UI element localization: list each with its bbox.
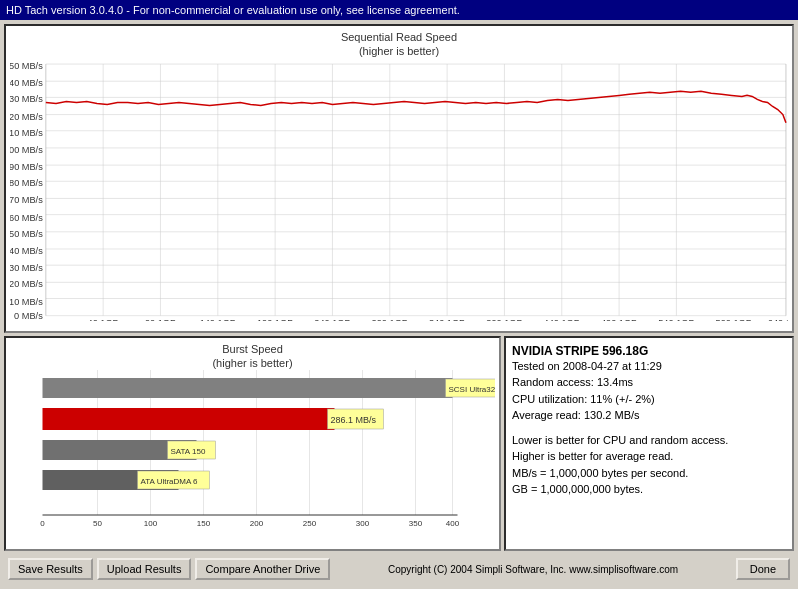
copyright-text: Copyright (C) 2004 Simpli Software, Inc.… — [388, 564, 678, 575]
svg-text:40 MB/s: 40 MB/s — [10, 246, 43, 256]
svg-text:490,1GB: 490,1GB — [601, 317, 637, 321]
info-note1: Lower is better for CPU and random acces… — [512, 432, 786, 449]
svg-text:440,1GB: 440,1GB — [544, 317, 580, 321]
svg-text:SATA 150: SATA 150 — [171, 447, 206, 456]
svg-text:60 MB/s: 60 MB/s — [10, 212, 43, 222]
svg-rect-66 — [43, 378, 453, 398]
svg-text:90 MB/s: 90 MB/s — [10, 162, 43, 172]
info-line2: Random access: 13.4ms — [512, 374, 786, 391]
svg-text:50: 50 — [93, 519, 102, 528]
main-container: Sequential Read Speed (higher is better)… — [0, 20, 798, 589]
svg-text:40,1GB: 40,1GB — [88, 317, 119, 321]
save-results-button[interactable]: Save Results — [8, 558, 93, 580]
svg-text:286.1 MB/s: 286.1 MB/s — [331, 415, 377, 425]
info-line3: CPU utilization: 11% (+/- 2%) — [512, 391, 786, 408]
svg-text:400: 400 — [446, 519, 460, 528]
svg-text:130 MB/s: 130 MB/s — [10, 94, 43, 104]
upload-results-button[interactable]: Upload Results — [97, 558, 192, 580]
svg-text:20 MB/s: 20 MB/s — [10, 279, 43, 289]
bottom-area: Burst Speed (higher is better) SCSI Ultr… — [4, 336, 794, 551]
info-panel: NVIDIA STRIPE 596.18G Tested on 2008-04-… — [504, 336, 794, 551]
svg-text:110 MB/s: 110 MB/s — [10, 127, 43, 137]
done-button[interactable]: Done — [736, 558, 790, 580]
info-notes: Lower is better for CPU and random acces… — [512, 432, 786, 498]
title-bar: HD Tach version 3.0.4.0 - For non-commer… — [0, 0, 798, 20]
svg-text:540,1GB: 540,1GB — [658, 317, 694, 321]
svg-text:300: 300 — [356, 519, 370, 528]
sequential-chart-panel: Sequential Read Speed (higher is better)… — [4, 24, 794, 333]
svg-text:350: 350 — [409, 519, 423, 528]
seq-chart-svg: 150 MB/s 140 MB/s 130 MB/s 120 MB/s 110 … — [10, 59, 788, 322]
svg-text:0 MB/s: 0 MB/s — [14, 310, 43, 320]
svg-text:640,1GB: 640,1GB — [768, 317, 788, 321]
burst-chart-panel: Burst Speed (higher is better) SCSI Ultr… — [4, 336, 501, 551]
svg-text:150: 150 — [197, 519, 211, 528]
burst-chart-title: Burst Speed (higher is better) — [10, 342, 495, 371]
svg-text:ATA UltraDMA 6: ATA UltraDMA 6 — [141, 477, 199, 486]
title-text: HD Tach version 3.0.4.0 - For non-commer… — [6, 4, 460, 16]
svg-text:250: 250 — [303, 519, 317, 528]
svg-text:290,1GB: 290,1GB — [372, 317, 408, 321]
svg-text:590,1GB: 590,1GB — [716, 317, 752, 321]
svg-text:10 MB/s: 10 MB/s — [10, 296, 43, 306]
svg-text:200: 200 — [250, 519, 264, 528]
svg-text:240,1GB: 240,1GB — [314, 317, 350, 321]
info-line1: Tested on 2008-04-27 at 11:29 — [512, 358, 786, 375]
compare-another-drive-button[interactable]: Compare Another Drive — [195, 558, 330, 580]
seq-chart-title: Sequential Read Speed (higher is better) — [10, 30, 788, 59]
svg-rect-69 — [43, 408, 335, 430]
svg-text:70 MB/s: 70 MB/s — [10, 195, 43, 205]
info-note2: Higher is better for average read. — [512, 448, 786, 465]
svg-text:140 MB/s: 140 MB/s — [10, 78, 43, 88]
svg-text:90,1GB: 90,1GB — [145, 317, 176, 321]
info-note3: MB/s = 1,000,000 bytes per second. — [512, 465, 786, 482]
seq-chart-canvas: 150 MB/s 140 MB/s 130 MB/s 120 MB/s 110 … — [10, 59, 788, 322]
svg-text:30 MB/s: 30 MB/s — [10, 263, 43, 273]
info-line4: Average read: 130.2 MB/s — [512, 407, 786, 424]
burst-chart-svg: SCSI Ultra320 286.1 MB/s SATA 150 ATA Ul… — [10, 370, 495, 540]
svg-text:80 MB/s: 80 MB/s — [10, 178, 43, 188]
svg-text:140,1GB: 140,1GB — [200, 317, 236, 321]
svg-text:100 MB/s: 100 MB/s — [10, 145, 43, 155]
svg-text:340,1GB: 340,1GB — [429, 317, 465, 321]
svg-text:150 MB/s: 150 MB/s — [10, 61, 43, 71]
footer-buttons-left: Save Results Upload Results Compare Anot… — [8, 558, 330, 580]
drive-name: NVIDIA STRIPE 596.18G — [512, 344, 786, 358]
svg-text:50 MB/s: 50 MB/s — [10, 229, 43, 239]
svg-text:390,1GB: 390,1GB — [486, 317, 522, 321]
svg-text:190,1GB: 190,1GB — [257, 317, 293, 321]
info-note4: GB = 1,000,000,000 bytes. — [512, 481, 786, 498]
svg-text:0: 0 — [40, 519, 45, 528]
svg-text:SCSI Ultra320: SCSI Ultra320 — [449, 385, 496, 394]
footer: Save Results Upload Results Compare Anot… — [4, 554, 794, 585]
svg-text:100: 100 — [144, 519, 158, 528]
svg-text:120 MB/s: 120 MB/s — [10, 111, 43, 121]
